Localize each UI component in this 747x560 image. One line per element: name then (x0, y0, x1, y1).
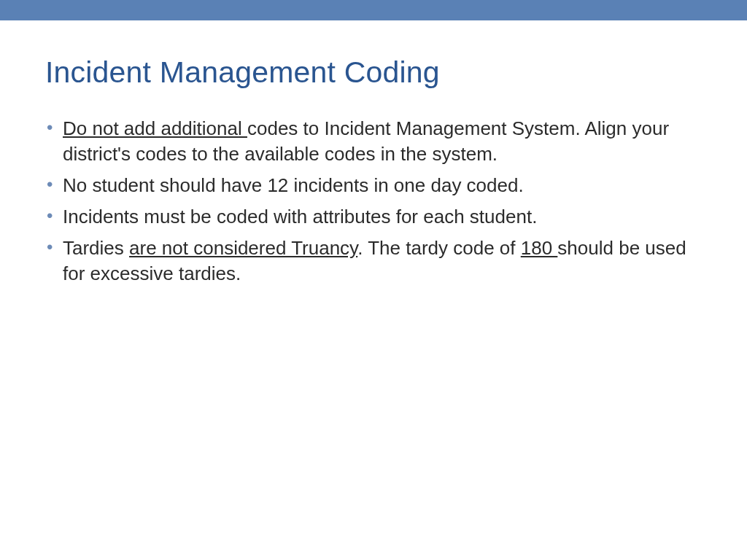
bullet-item: No student should have 12 incidents in o… (45, 173, 702, 198)
slide-top-bar (0, 0, 747, 20)
bullet-item: Tardies are not considered Truancy. The … (45, 236, 702, 287)
bullet-text-segment: No student should have 12 incidents in o… (63, 174, 524, 196)
bullet-text-segment: are not considered Truancy (129, 237, 357, 259)
bullet-list: Do not add additional codes to Incident … (45, 116, 702, 287)
slide-content: Incident Management Coding Do not add ad… (0, 20, 747, 287)
bullet-text-segment: Do not add additional (63, 117, 247, 139)
slide-title: Incident Management Coding (45, 55, 702, 90)
bullet-text-segment: . The tardy code of (357, 237, 521, 259)
bullet-item: Do not add additional codes to Incident … (45, 116, 702, 167)
bullet-text-segment: Incidents must be coded with attributes … (63, 206, 537, 228)
bullet-text-segment: Tardies (63, 237, 129, 259)
bullet-text-segment: 180 (521, 237, 558, 259)
bullet-item: Incidents must be coded with attributes … (45, 204, 702, 230)
